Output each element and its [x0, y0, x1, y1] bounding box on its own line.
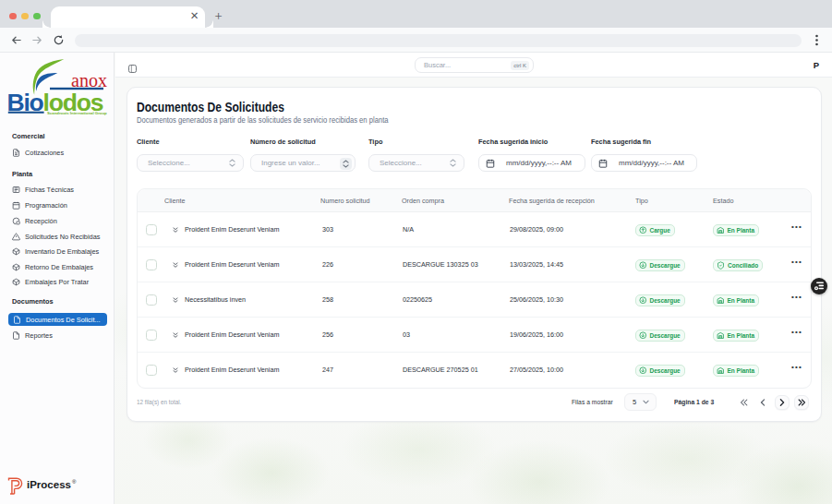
svg-text:anox: anox — [71, 70, 107, 90]
svg-text:Scandroots International Group: Scandroots International Group — [47, 111, 107, 115]
